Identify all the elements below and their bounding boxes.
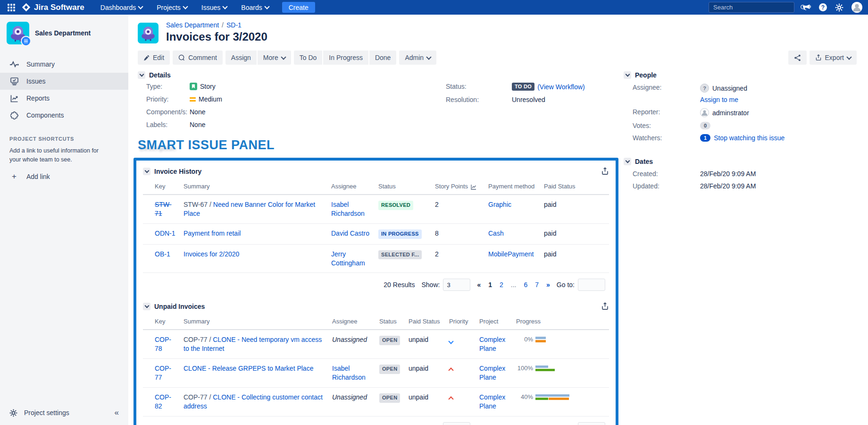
collapse-unpaid-invoices-icon[interactable] [143, 303, 150, 310]
assignee-link[interactable]: Isabel Richardson [332, 365, 366, 381]
column-header[interactable]: Progress [512, 314, 609, 330]
watchers-label: Watchers: [633, 134, 700, 142]
next-page-icon[interactable]: » [546, 281, 550, 289]
column-header[interactable]: Summary [180, 179, 327, 195]
issue-key-link[interactable]: COP-77 [155, 365, 171, 381]
create-button[interactable]: Create [282, 2, 315, 13]
assignee-link[interactable]: Isabel Richardson [331, 201, 365, 217]
menu-issues[interactable]: Issues [197, 0, 232, 15]
collapse-sidebar-icon[interactable]: « [115, 408, 119, 417]
column-header[interactable]: Payment method [484, 179, 540, 195]
todo-transition-button[interactable]: To Do [294, 51, 323, 65]
project-link[interactable]: Complex Plane [479, 365, 505, 381]
jira-logo[interactable]: Jira Software [22, 3, 84, 12]
column-header[interactable]: Paid Status [540, 179, 609, 195]
page-link[interactable]: 6 [524, 281, 527, 289]
page-link[interactable]: 2 [500, 281, 503, 289]
issue-key-link[interactable]: COP-78 [155, 336, 171, 352]
summary-link[interactable]: CLONE - Release GRPEPS to Market Place [184, 365, 313, 372]
issue-key-link[interactable]: COP-82 [155, 393, 171, 410]
payment-method-link[interactable]: Cash [488, 230, 504, 237]
summary-link[interactable]: Payment from retail [184, 230, 241, 237]
column-header[interactable]: Priority [445, 314, 476, 330]
column-header[interactable]: Status [376, 314, 405, 330]
labels-label: Labels: [146, 121, 190, 128]
progress-percent: 40% [516, 393, 533, 401]
sidebar-item-reports[interactable]: Reports [0, 90, 128, 107]
export-panel-icon[interactable] [601, 302, 609, 310]
admin-button[interactable]: Admin [399, 51, 436, 65]
column-header[interactable]: Paid Status [405, 314, 445, 330]
add-link-button[interactable]: + Add link [9, 172, 119, 181]
issue-key-link[interactable]: STW-71 [155, 201, 172, 217]
reporter-value-link[interactable]: adminstrator [712, 109, 749, 117]
project-avatar[interactable] [7, 22, 29, 44]
goto-input[interactable] [578, 422, 605, 425]
assign-button[interactable]: Assign [225, 51, 257, 65]
done-transition-button[interactable]: Done [369, 51, 396, 65]
status-badge: SELECTED F... [378, 250, 422, 260]
more-button[interactable]: More [258, 51, 291, 65]
page-link[interactable]: 7 [535, 281, 539, 289]
summary-link[interactable]: Invoices for 2/2020 [184, 250, 239, 258]
sidebar-item-summary[interactable]: Summary [0, 56, 128, 73]
stop-watching-link[interactable]: Stop watching this issue [714, 134, 785, 142]
search-box[interactable] [709, 2, 794, 13]
status-badge: RESOLVED [378, 201, 413, 210]
collapse-invoice-history-icon[interactable] [143, 168, 150, 175]
collapse-details-icon[interactable] [138, 71, 145, 79]
project-link[interactable]: Complex Plane [479, 393, 505, 410]
column-header[interactable]: Assignee [327, 179, 375, 195]
collapse-people-icon[interactable] [624, 71, 631, 79]
column-header[interactable]: Assignee [328, 314, 376, 330]
sidebar-item-issues[interactable]: Issues [0, 73, 128, 90]
assignee-link[interactable]: Jerry Cottingham [331, 250, 365, 267]
labels-value: None [190, 121, 446, 128]
column-header[interactable]: Key [143, 179, 180, 195]
export-button[interactable]: Export [810, 51, 857, 65]
smart-issue-panel-annotation: Description SMART ISSUE PANEL [138, 138, 622, 155]
export-panel-icon[interactable] [601, 167, 609, 175]
comment-button[interactable]: Comment [173, 51, 223, 65]
menu-dashboards[interactable]: Dashboards [96, 0, 148, 15]
column-header[interactable]: Summary [180, 314, 328, 330]
issue-key-link[interactable]: OB-1 [155, 250, 170, 258]
edit-button[interactable]: Edit [138, 51, 170, 65]
column-header[interactable]: Key [143, 314, 180, 330]
collapse-dates-icon[interactable] [624, 158, 631, 165]
project-settings-link[interactable]: Project settings [24, 409, 69, 416]
settings-gear-icon[interactable] [835, 3, 843, 12]
menu-projects[interactable]: Projects [152, 0, 192, 15]
inprogress-transition-button[interactable]: In Progress [323, 51, 368, 65]
type-label: Type: [146, 83, 190, 90]
user-avatar[interactable] [851, 2, 862, 13]
help-icon[interactable]: ? [819, 3, 827, 11]
show-input[interactable] [443, 279, 470, 291]
announcements-icon[interactable] [802, 3, 811, 12]
assignee-link[interactable]: David Castro [331, 230, 369, 237]
breadcrumb-project-link[interactable]: Sales Department [166, 21, 219, 29]
share-button[interactable] [788, 51, 807, 65]
show-input[interactable] [443, 422, 470, 425]
goto-input[interactable] [578, 279, 605, 291]
breadcrumb-issue-link[interactable]: SD-1 [226, 21, 242, 29]
column-header[interactable]: Story Points [431, 179, 484, 195]
story-points-value: 8 [431, 223, 484, 244]
menu-boards[interactable]: Boards [236, 0, 273, 15]
column-header[interactable]: Status [375, 179, 431, 195]
export-icon [815, 54, 822, 61]
app-switcher-icon[interactable] [8, 4, 15, 11]
issues-icon [9, 77, 19, 85]
column-header[interactable]: Project [476, 314, 512, 330]
view-workflow-link[interactable]: (View Workflow) [537, 83, 585, 91]
table-row: OB-1Invoices for 2/2020Jerry CottinghamS… [143, 244, 609, 273]
search-input[interactable] [712, 3, 797, 11]
project-link[interactable]: Complex Plane [479, 336, 505, 352]
prev-page-icon[interactable]: « [477, 281, 481, 289]
assign-to-me-link[interactable]: Assign to me [700, 96, 738, 103]
priority-value: Medium [199, 95, 222, 103]
sidebar-item-components[interactable]: Components [0, 107, 128, 124]
payment-method-link[interactable]: MobilePayment [488, 250, 534, 258]
payment-method-link[interactable]: Graphic [488, 201, 511, 208]
issue-key-link[interactable]: ODN-1 [155, 230, 175, 237]
